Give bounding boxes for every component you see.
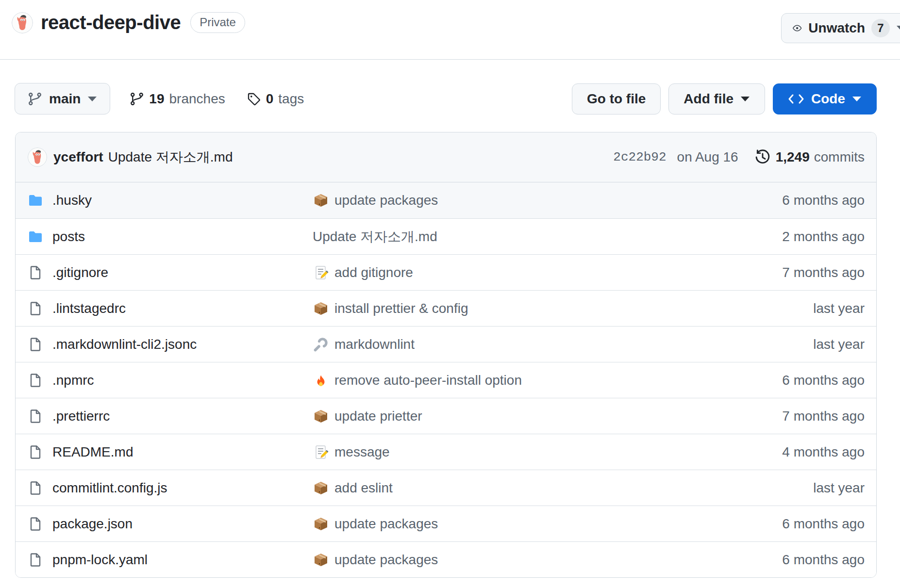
file-name-link[interactable]: .markdownlint-cli2.jsonc (52, 337, 197, 352)
commit-age-link[interactable]: 6 months ago (782, 516, 865, 531)
chevron-down-icon (87, 96, 97, 102)
commit-message-link[interactable]: install prettier & config (334, 301, 468, 316)
file-name-cell: .markdownlint-cli2.jsonc (16, 337, 313, 352)
commit-emoji (313, 192, 329, 209)
commit-message-link[interactable]: message (334, 444, 390, 460)
commit-age-cell: 6 months ago (728, 552, 876, 568)
package-emoji-icon (313, 552, 329, 568)
commit-age-cell: 4 months ago (728, 444, 876, 460)
file-name-link[interactable]: README.md (52, 444, 133, 460)
commit-age-link[interactable]: last year (813, 480, 865, 495)
commit-message-cell: add eslint (313, 480, 728, 496)
commit-message-link[interactable]: add gitignore (334, 265, 413, 280)
commit-age-cell: 2 months ago (728, 229, 876, 245)
table-row: .prettierrc update prietter 7 months ago (16, 398, 876, 434)
commit-message-cell: markdownlint (313, 336, 728, 353)
commit-emoji (313, 552, 329, 568)
tags-count: 0 (266, 91, 274, 107)
go-to-file-button[interactable]: Go to file (572, 83, 661, 114)
file-name-link[interactable]: posts (52, 229, 85, 245)
commit-age-link[interactable]: last year (813, 337, 865, 352)
commit-age-cell: last year (728, 301, 876, 316)
repo-title[interactable]: react-deep-dive (41, 12, 181, 33)
commit-message-link[interactable]: update packages (334, 552, 438, 568)
latest-commit-bar: yceffort Update 저자소개.md 2c22b92 on Aug 1… (16, 132, 876, 182)
file-name-link[interactable]: .npmrc (52, 373, 94, 388)
commit-message-link[interactable]: remove auto-peer-install option (334, 373, 522, 388)
file-name-link[interactable]: pnpm-lock.yaml (52, 552, 148, 568)
commit-message-link[interactable]: update prietter (334, 408, 422, 424)
commit-emoji (313, 264, 329, 281)
commit-sha-link[interactable]: 2c22b92 (613, 150, 666, 164)
table-row: .lintstagedrc install prettier & config … (16, 290, 876, 326)
commit-emoji (313, 336, 329, 353)
add-file-button[interactable]: Add file (668, 83, 765, 114)
table-row: posts Update 저자소개.md 2 months ago (16, 218, 876, 254)
unwatch-button[interactable]: Unwatch 7 (781, 13, 900, 43)
git-branch-icon (28, 92, 42, 106)
commit-headline-link[interactable]: Update 저자소개.md (108, 148, 233, 166)
package-emoji-icon (313, 301, 329, 316)
commit-author-avatar[interactable] (28, 147, 47, 167)
commit-message-link[interactable]: add eslint (334, 480, 393, 496)
code-icon (788, 94, 804, 104)
commit-age-cell: 6 months ago (728, 516, 876, 532)
memo-emoji-icon (313, 444, 329, 460)
watch-count-badge: 7 (871, 19, 890, 37)
eye-icon (792, 20, 802, 36)
commit-author-link[interactable]: yceffort (53, 149, 103, 165)
code-button[interactable]: Code (773, 83, 877, 114)
branches-label: branches (169, 91, 225, 107)
toolbar-left: main 19 branches 0 (15, 83, 304, 114)
commit-history-link[interactable]: 1,249 commits (754, 148, 865, 166)
file-icon (28, 480, 43, 496)
table-row: commitlint.config.js add eslint last yea… (16, 470, 876, 506)
commit-age-link[interactable]: 7 months ago (782, 408, 865, 424)
commits-count: 1,249 (776, 149, 810, 165)
commit-message-link[interactable]: update packages (334, 193, 438, 208)
file-name-link[interactable]: .gitignore (52, 265, 108, 280)
commit-message-link[interactable]: markdownlint (334, 337, 415, 352)
commit-emoji (313, 408, 329, 425)
commit-message-link[interactable]: Update 저자소개.md (313, 228, 437, 246)
commits-label: commits (814, 149, 865, 165)
file-name-link[interactable]: .lintstagedrc (52, 301, 126, 316)
file-name-link[interactable]: .husky (52, 193, 92, 208)
file-name-link[interactable]: .prettierrc (52, 408, 110, 424)
table-row: .npmrc remove auto-peer-install option 6… (16, 362, 876, 398)
file-icon (28, 552, 43, 568)
file-name-cell: .husky (16, 193, 313, 208)
commit-age-link[interactable]: 2 months ago (782, 229, 865, 244)
commit-age-cell: 6 months ago (728, 193, 876, 208)
commit-age-link[interactable]: 6 months ago (782, 552, 865, 567)
chevron-down-icon (740, 96, 750, 102)
commit-message-link[interactable]: update packages (334, 516, 438, 532)
file-name-link[interactable]: commitlint.config.js (52, 480, 167, 496)
ref-links: 19 branches 0 tags (130, 91, 304, 107)
branch-selector-button[interactable]: main (15, 83, 110, 114)
commit-age-link[interactable]: 7 months ago (782, 265, 865, 280)
owner-avatar-image (12, 12, 33, 33)
file-icon (28, 516, 43, 532)
commit-emoji (313, 300, 329, 317)
commit-age-link[interactable]: 4 months ago (782, 444, 865, 459)
repo-title-group: react-deep-dive Private (12, 12, 245, 33)
fire-emoji-icon (313, 373, 329, 388)
file-icon (28, 408, 43, 424)
toolbar-right: Go to file Add file Code (572, 83, 877, 114)
file-name-cell: commitlint.config.js (16, 480, 313, 496)
commit-age-cell: 6 months ago (728, 373, 876, 388)
file-table: yceffort Update 저자소개.md 2c22b92 on Aug 1… (15, 132, 877, 578)
file-name-cell: .lintstagedrc (16, 301, 313, 316)
commit-age-link[interactable]: last year (813, 301, 865, 316)
branches-link[interactable]: 19 branches (130, 91, 225, 107)
commit-age-link[interactable]: 6 months ago (782, 193, 865, 208)
tags-link[interactable]: 0 tags (247, 91, 304, 107)
memo-emoji-icon (313, 265, 329, 280)
github-repo-page: { "header": { "repo_name": "react-deep-d… (0, 0, 900, 588)
commit-message-cell: Update 저자소개.md (313, 228, 728, 246)
file-name-link[interactable]: package.json (52, 516, 133, 532)
file-icon (28, 265, 43, 280)
repo-owner-avatar[interactable] (12, 12, 33, 33)
commit-age-link[interactable]: 6 months ago (782, 373, 865, 388)
